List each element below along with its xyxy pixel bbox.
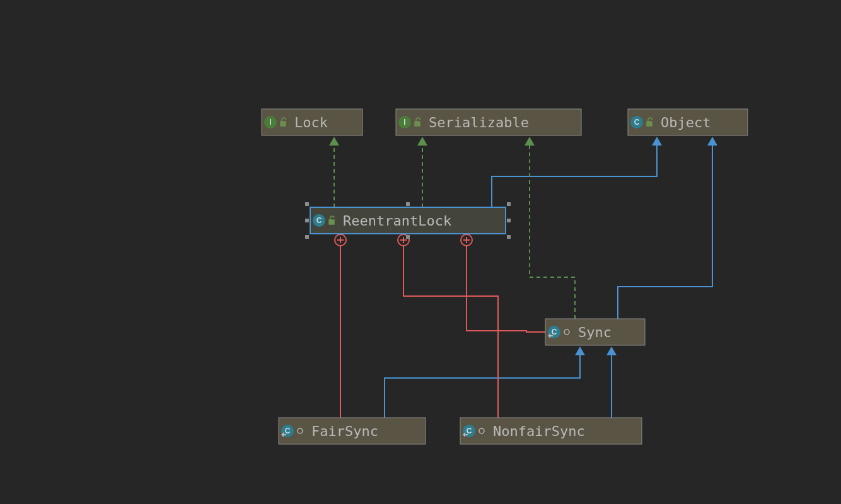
selection-handle[interactable] (406, 235, 410, 239)
badge-letter: I (403, 118, 405, 127)
inner-class-edge (467, 240, 545, 332)
class-node-reent[interactable]: CReentrantLock (305, 202, 511, 239)
implements-arrowhead (417, 137, 427, 146)
badge-letter: I (269, 118, 271, 127)
svg-rect-7 (415, 122, 420, 126)
class-node-lock[interactable]: ILock (262, 109, 362, 135)
selection-handle[interactable] (305, 235, 309, 239)
svg-rect-8 (647, 122, 652, 126)
implements-arrowhead (329, 137, 339, 146)
extends-edge (385, 355, 580, 418)
uml-class-diagram[interactable]: ILockISerializableCObjectCReentrantLockC… (0, 0, 841, 504)
badge-letter: C (634, 118, 640, 127)
class-name-label: Serializable (429, 115, 529, 130)
class-name-label: Sync (578, 324, 612, 340)
extends-arrowhead (707, 137, 717, 146)
class-node-sync[interactable]: CSync (545, 319, 645, 345)
class-name-label: Object (661, 115, 710, 130)
node-layer: ILockISerializableCObjectCReentrantLockC… (262, 109, 748, 444)
selection-handle[interactable] (507, 219, 511, 222)
extends-arrowhead (575, 346, 585, 355)
implements-arrowhead (525, 137, 535, 146)
extends-arrowhead (606, 346, 617, 355)
class-name-label: NonfairSync (493, 423, 585, 439)
badge-letter: C (316, 216, 322, 225)
class-name-label: Lock (294, 115, 328, 130)
class-node-serial[interactable]: ISerializable (396, 109, 581, 135)
svg-rect-9 (329, 220, 334, 224)
inner-class-edge (403, 240, 498, 418)
class-node-fair[interactable]: CFairSync (279, 418, 426, 444)
selection-handle[interactable] (507, 235, 511, 239)
selection-handle[interactable] (305, 219, 309, 222)
selection-handle[interactable] (507, 202, 511, 206)
extends-edge (618, 146, 712, 319)
extends-arrowhead (652, 137, 662, 146)
class-name-label: FairSync (311, 423, 378, 439)
implements-edge (530, 146, 575, 319)
selection-handle[interactable] (406, 202, 410, 206)
selection-handle[interactable] (305, 202, 309, 206)
svg-rect-6 (281, 122, 286, 126)
class-node-object[interactable]: CObject (628, 109, 748, 135)
badge-letter: C (552, 328, 557, 336)
class-name-label: ReentrantLock (343, 213, 451, 229)
badge-letter: C (467, 427, 472, 435)
edge-layer (329, 137, 717, 418)
badge-letter: C (285, 427, 291, 435)
class-node-nonfair[interactable]: CNonfairSync (460, 418, 642, 444)
extends-edge (492, 146, 657, 207)
